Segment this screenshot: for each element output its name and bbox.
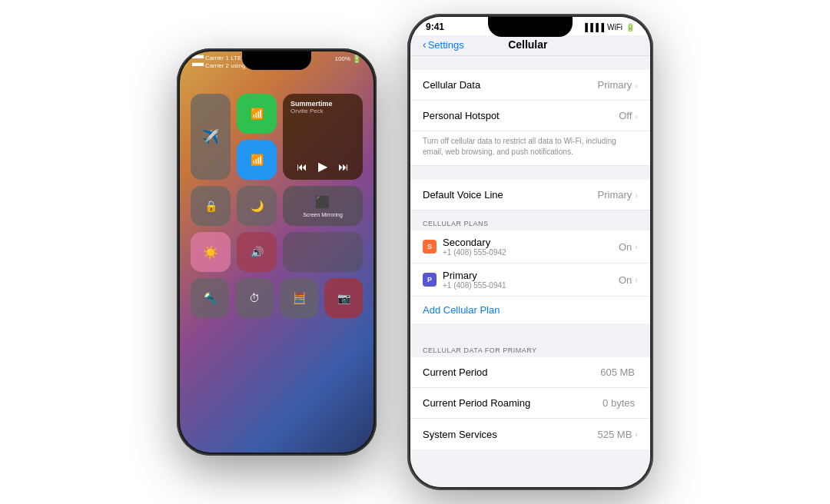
calculator-icon: 🧮: [293, 293, 306, 303]
primary-plan-name: Primary: [443, 270, 619, 281]
volume-tile[interactable]: 🔊: [237, 232, 277, 272]
blank-tile: [283, 232, 363, 272]
system-services-label: System Services: [423, 429, 598, 440]
cellular-data-row[interactable]: Cellular Data Primary ›: [410, 70, 650, 101]
system-services-chevron: ›: [635, 429, 638, 439]
add-plan-link[interactable]: Add Cellular Plan: [410, 297, 650, 323]
back-chevron-icon: ‹: [423, 38, 427, 51]
airplane-mode-tile[interactable]: ✈️: [191, 94, 231, 180]
default-voice-row[interactable]: Default Voice Line Primary ›: [410, 180, 650, 211]
back-button[interactable]: ‹ Settings: [423, 38, 464, 51]
secondary-plan-number: +1 (408) 555-0942: [443, 248, 619, 257]
cellular-data-chevron: ›: [635, 81, 638, 90]
screen-mirroring-tile[interactable]: ⬛ Screen Mirroring: [283, 186, 363, 226]
airplane-icon: ✈️: [202, 130, 219, 144]
primary-plan-status: On: [619, 274, 632, 286]
battery-status-icon: 🔋: [626, 23, 635, 32]
current-period-row[interactable]: Current Period 605 MB: [410, 357, 650, 388]
screen-mirroring-label: Screen Mirroring: [303, 212, 343, 217]
status-time: 9:41: [426, 22, 444, 32]
hotspot-subtext: Turn off cellular data to restrict all d…: [410, 131, 650, 166]
brightness-tile[interactable]: ☀️: [191, 232, 231, 272]
current-period-roaming-label: Current Period Roaming: [423, 397, 603, 409]
back-label: Settings: [428, 39, 464, 51]
battery-label: 100%: [335, 55, 350, 62]
personal-hotspot-chevron: ›: [635, 111, 638, 121]
timer-tile[interactable]: ⏱: [235, 278, 274, 318]
default-voice-value: Primary: [598, 189, 632, 201]
settings-content: Cellular Data Primary › Personal Hotspot…: [410, 56, 650, 487]
scene: ▀▀▀ Carrier 1 LTE ▀▀▀ Carrier 2 using Ce…: [0, 0, 830, 504]
current-period-roaming-value: 0 bytes: [603, 397, 635, 409]
wifi-icon: 📶: [251, 154, 264, 165]
secondary-plan-name: Secondary: [443, 237, 619, 248]
rotation-lock-icon: 🔒: [204, 201, 217, 211]
signal-icon: ▐▐▐▐: [583, 23, 604, 32]
moon-icon: 🌙: [251, 201, 264, 211]
brightness-icon: ☀️: [203, 245, 218, 260]
notch-left: [242, 51, 311, 70]
wifi-status-icon: WiFi: [607, 23, 622, 32]
current-period-label: Current Period: [423, 366, 600, 378]
volume-icon: 🔊: [251, 246, 264, 258]
prev-icon[interactable]: ⏮: [297, 161, 307, 173]
cellular-plans-header: CELLULAR PLANS: [410, 211, 650, 230]
battery-icon: 🔋: [352, 55, 361, 63]
flashlight-tile[interactable]: 🔦: [191, 278, 229, 318]
default-voice-label: Default Voice Line: [423, 189, 598, 201]
secondary-plan-chevron: ›: [635, 242, 638, 251]
primary-plan-number: +1 (408) 555-0941: [443, 281, 619, 290]
camera-tile[interactable]: 📷: [324, 278, 363, 318]
secondary-plan-icon: S: [423, 240, 437, 254]
current-period-value: 605 MB: [600, 366, 635, 378]
nav-bar: ‹ Settings Cellular: [410, 35, 650, 56]
personal-hotspot-value: Off: [619, 110, 632, 121]
wifi-tile[interactable]: 📶: [237, 140, 277, 180]
system-services-row[interactable]: System Services 525 MB ›: [410, 419, 650, 449]
secondary-plan-status: On: [619, 241, 632, 253]
cellular-data-primary-header: CELLULAR DATA FOR PRIMARY: [410, 337, 650, 357]
do-not-disturb-tile[interactable]: 🌙: [237, 186, 277, 226]
battery-info: 100% 🔋: [335, 55, 361, 63]
right-phone: 9:41 ▐▐▐▐ WiFi 🔋 ‹ Settings Cellular: [407, 14, 653, 490]
secondary-plan-row[interactable]: S Secondary +1 (408) 555-0942 On ›: [410, 230, 650, 264]
personal-hotspot-row[interactable]: Personal Hotspot Off ›: [410, 101, 650, 131]
cellular-data-label: Cellular Data: [423, 79, 598, 91]
left-phone: ▀▀▀ Carrier 1 LTE ▀▀▀ Carrier 2 using Ce…: [177, 48, 377, 456]
default-voice-chevron: ›: [635, 191, 638, 200]
control-center: ✈️ 📶 📶 Sum: [180, 69, 374, 453]
primary-plan-row[interactable]: P Primary +1 (408) 555-0941 On ›: [410, 264, 650, 297]
music-title: Summertime: [290, 100, 355, 108]
nav-title: Cellular: [464, 38, 592, 51]
flashlight-icon: 🔦: [204, 293, 217, 303]
play-icon[interactable]: ▶: [318, 159, 327, 174]
next-icon[interactable]: ⏭: [338, 161, 349, 173]
primary-plan-icon: P: [423, 273, 437, 287]
calculator-tile[interactable]: 🧮: [280, 278, 318, 318]
cellular-tile[interactable]: 📶: [237, 94, 277, 134]
camera-icon: 📷: [337, 293, 350, 303]
status-icons: ▐▐▐▐ WiFi 🔋: [583, 23, 635, 32]
current-period-roaming-row[interactable]: Current Period Roaming 0 bytes: [410, 388, 650, 419]
screen-mirroring-icon: ⬛: [315, 195, 330, 210]
primary-plan-info: Primary +1 (408) 555-0941: [443, 270, 619, 290]
notch-right: [488, 17, 573, 37]
cellular-icon: 📶: [251, 108, 264, 119]
music-controls: ⏮ ▶ ⏭: [290, 159, 355, 174]
secondary-plan-info: Secondary +1 (408) 555-0942: [443, 237, 619, 257]
personal-hotspot-label: Personal Hotspot: [423, 110, 619, 121]
timer-icon: ⏱: [249, 293, 260, 303]
primary-plan-chevron: ›: [635, 275, 638, 284]
system-services-value: 525 MB: [598, 429, 632, 440]
music-tile[interactable]: Summertime Orville Peck ⏮ ▶ ⏭: [283, 94, 363, 180]
rotation-lock-tile[interactable]: 🔒: [191, 186, 231, 226]
bottom-row: 🔦 ⏱ 🧮 📷: [191, 278, 363, 318]
cellular-data-value: Primary: [598, 79, 632, 91]
music-artist: Orville Peck: [290, 108, 355, 114]
